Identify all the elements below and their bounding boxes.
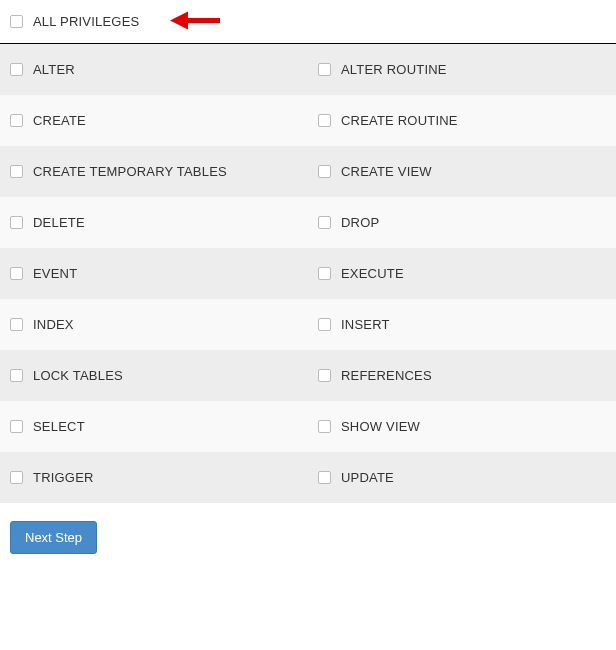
checkbox[interactable] xyxy=(10,165,23,178)
checkbox[interactable] xyxy=(10,420,23,433)
privilege-label[interactable]: DROP xyxy=(341,215,379,230)
privilege-cell: ALTER ROUTINE xyxy=(308,44,616,95)
privilege-cell: ALTER xyxy=(0,44,308,95)
privilege-cell: EVENT xyxy=(0,248,308,299)
privilege-cell: LOCK TABLES xyxy=(0,350,308,401)
privilege-cell: CREATE TEMPORARY TABLES xyxy=(0,146,308,197)
privilege-label[interactable]: INSERT xyxy=(341,317,390,332)
privilege-label[interactable]: ALTER xyxy=(33,62,75,77)
annotation-scribble-icon xyxy=(225,9,425,34)
checkbox[interactable] xyxy=(10,216,23,229)
checkbox[interactable] xyxy=(318,216,331,229)
checkbox[interactable] xyxy=(318,114,331,127)
privilege-label[interactable]: SELECT xyxy=(33,419,85,434)
privilege-label[interactable]: UPDATE xyxy=(341,470,394,485)
button-bar: Next Step xyxy=(0,503,616,554)
privilege-label[interactable]: ALTER ROUTINE xyxy=(341,62,447,77)
checkbox[interactable] xyxy=(318,267,331,280)
privilege-cell: CREATE VIEW xyxy=(308,146,616,197)
all-privileges-row: ALL PRIVILEGES xyxy=(0,0,616,43)
checkbox[interactable] xyxy=(318,420,331,433)
checkbox[interactable] xyxy=(318,369,331,382)
checkbox[interactable] xyxy=(318,165,331,178)
checkbox[interactable] xyxy=(318,63,331,76)
all-privileges-label[interactable]: ALL PRIVILEGES xyxy=(33,14,139,29)
checkbox[interactable] xyxy=(10,267,23,280)
checkbox[interactable] xyxy=(10,114,23,127)
privilege-label[interactable]: EVENT xyxy=(33,266,77,281)
privilege-label[interactable]: CREATE ROUTINE xyxy=(341,113,458,128)
privilege-cell: SELECT xyxy=(0,401,308,452)
checkbox[interactable] xyxy=(10,63,23,76)
checkbox[interactable] xyxy=(318,471,331,484)
next-step-button[interactable]: Next Step xyxy=(10,521,97,554)
privilege-cell: INDEX xyxy=(0,299,308,350)
checkbox[interactable] xyxy=(318,318,331,331)
privilege-label[interactable]: TRIGGER xyxy=(33,470,94,485)
privilege-label[interactable]: INDEX xyxy=(33,317,74,332)
privilege-cell: INSERT xyxy=(308,299,616,350)
privilege-cell: EXECUTE xyxy=(308,248,616,299)
privilege-label[interactable]: CREATE xyxy=(33,113,86,128)
privilege-cell: UPDATE xyxy=(308,452,616,503)
privilege-label[interactable]: REFERENCES xyxy=(341,368,432,383)
privilege-cell: DELETE xyxy=(0,197,308,248)
checkbox-all-privileges[interactable] xyxy=(10,15,23,28)
privilege-cell: DROP xyxy=(308,197,616,248)
privilege-label[interactable]: CREATE TEMPORARY TABLES xyxy=(33,164,227,179)
privilege-grid: ALTERALTER ROUTINECREATECREATE ROUTINECR… xyxy=(0,44,616,503)
privilege-label[interactable]: EXECUTE xyxy=(341,266,404,281)
svg-marker-1 xyxy=(170,11,188,29)
privilege-label[interactable]: LOCK TABLES xyxy=(33,368,123,383)
checkbox[interactable] xyxy=(10,471,23,484)
privilege-label[interactable]: SHOW VIEW xyxy=(341,419,420,434)
privilege-cell: TRIGGER xyxy=(0,452,308,503)
checkbox[interactable] xyxy=(10,318,23,331)
privilege-cell: CREATE ROUTINE xyxy=(308,95,616,146)
privilege-cell: SHOW VIEW xyxy=(308,401,616,452)
privilege-cell: CREATE xyxy=(0,95,308,146)
privilege-label[interactable]: DELETE xyxy=(33,215,85,230)
privilege-label[interactable]: CREATE VIEW xyxy=(341,164,432,179)
annotation-arrow-icon xyxy=(170,8,220,35)
privilege-cell: REFERENCES xyxy=(308,350,616,401)
checkbox[interactable] xyxy=(10,369,23,382)
